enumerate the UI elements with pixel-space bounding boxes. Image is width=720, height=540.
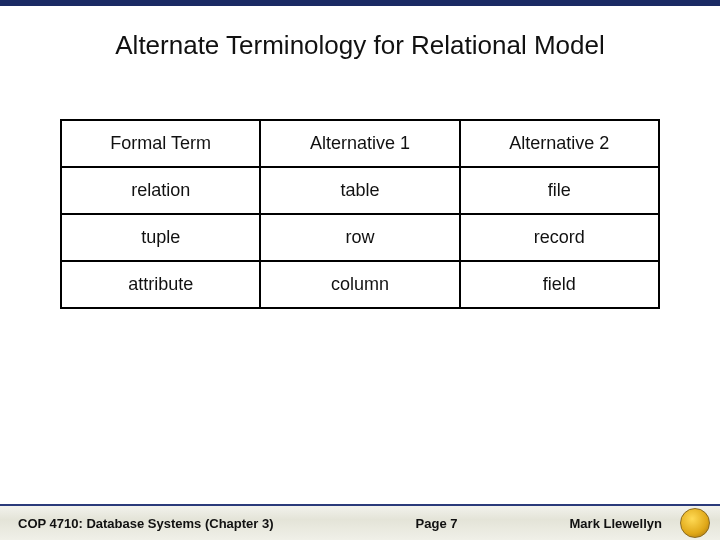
- footer-course: COP 4710: Database Systems (Chapter 3): [18, 516, 274, 531]
- footer-bar: COP 4710: Database Systems (Chapter 3) P…: [0, 504, 720, 540]
- cell: field: [460, 261, 659, 308]
- cell: record: [460, 214, 659, 261]
- slide-title: Alternate Terminology for Relational Mod…: [0, 6, 720, 69]
- cell: file: [460, 167, 659, 214]
- slide: Alternate Terminology for Relational Mod…: [0, 0, 720, 540]
- cell: column: [260, 261, 459, 308]
- table-header-row: Formal Term Alternative 1 Alternative 2: [61, 120, 659, 167]
- col-header-alt1: Alternative 1: [260, 120, 459, 167]
- table-row: relation table file: [61, 167, 659, 214]
- footer-page: Page 7: [274, 516, 570, 531]
- table-row: attribute column field: [61, 261, 659, 308]
- col-header-alt2: Alternative 2: [460, 120, 659, 167]
- cell: table: [260, 167, 459, 214]
- cell: row: [260, 214, 459, 261]
- cell: relation: [61, 167, 260, 214]
- cell: tuple: [61, 214, 260, 261]
- col-header-formal: Formal Term: [61, 120, 260, 167]
- table-row: tuple row record: [61, 214, 659, 261]
- cell: attribute: [61, 261, 260, 308]
- terminology-table: Formal Term Alternative 1 Alternative 2 …: [60, 119, 660, 309]
- content-area: Formal Term Alternative 1 Alternative 2 …: [0, 69, 720, 540]
- ucf-logo-icon: [680, 508, 710, 538]
